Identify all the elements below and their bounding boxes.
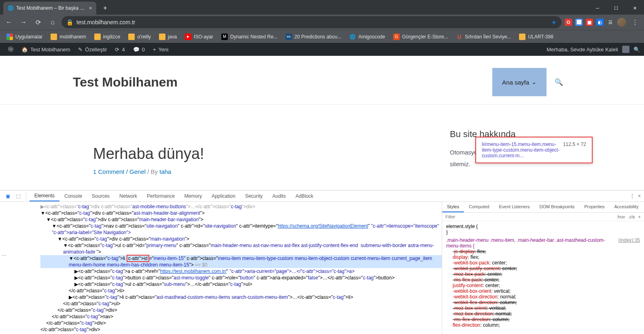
star-icon[interactable]: ★ [551,19,557,25]
plus-icon: + [153,47,156,53]
devtools-tabs: ▣ ⬚ Elements Console Sources Network Per… [0,190,644,202]
ellipsis-icon[interactable]: ⋯ [2,253,6,258]
browser-tab[interactable]: 🌐 Test Mobilhanem – Bir başka Wo × [3,2,96,15]
wp-avatar[interactable] [622,46,629,53]
maximize-button[interactable]: ☐ [607,2,625,15]
new-tab-button[interactable]: + [100,2,111,14]
bookmark-item[interactable]: USıfırdan İleri Seviye... [453,32,514,42]
extension-icon[interactable]: ▦ [586,19,593,26]
article-title[interactable]: Merhaba dünya! [93,145,405,163]
reading-list-icon[interactable]: ☰ [607,19,614,26]
tab-computed[interactable]: Computed [464,202,494,212]
back-button[interactable]: ← [3,17,15,28]
styles-panel: Styles Computed Event Listeners DOM Brea… [442,202,644,334]
search-icon[interactable]: 🔍 [633,47,640,53]
css-rules[interactable]: element.style {}(index):35.main-header-m… [442,221,644,330]
wp-logo[interactable]: ⓦ [4,46,17,53]
close-icon[interactable]: × [89,5,92,11]
search-icon[interactable]: 🔍 [547,78,571,87]
browser-toolbar: ← → ⟳ ⌂ 🔒 test.mobilhanem.com.tr ★ O 🅰 ▦… [0,15,644,30]
bookmark-item[interactable]: ▶ISO-ayar [182,32,216,42]
wp-site-name[interactable]: 🏠Test Mobilhanem [17,47,74,53]
extension-icon[interactable]: 🅰 [575,19,583,26]
home-button[interactable]: ⌂ [47,17,58,28]
comment-link[interactable]: 1 Comment [93,168,125,175]
update-icon: ⟳ [115,47,119,53]
tab-dom-breakpoints[interactable]: DOM Breakpoints [535,202,580,212]
tab-security[interactable]: Security [240,190,267,201]
bookmark-item[interactable]: mobilhanem [47,32,89,42]
tab-memory[interactable]: Memory [180,190,207,201]
tab-performance[interactable]: Performance [142,190,180,201]
tab-title: Test Mobilhanem – Bir başka Wo [16,5,87,11]
elements-panel[interactable]: ⋯ ▶<c-attr">class="c-tag">div c-attr">cl… [0,202,442,334]
article-text: WordPress'e hoş geldiniz. Bu sizin ilk y… [93,184,405,184]
folder-icon [159,34,165,40]
inspect-element-icon[interactable]: ▣ [3,192,12,201]
forward-button[interactable]: → [18,17,29,28]
tab-styles[interactable]: Styles [442,202,464,212]
device-toolbar-icon[interactable]: ⬚ [14,192,23,201]
tab-network[interactable]: Network [114,190,142,201]
bookmark-item[interactable]: 🌐Amigoscode [346,32,388,42]
bookmark-item[interactable]: tds20 Predictions abou... [282,32,345,42]
extension-icon[interactable]: ◐ [596,19,604,26]
window-controls: ─ ☐ ✕ [588,2,644,15]
article: Merhaba dünya! 1 Comment / Genel / By ta… [73,129,426,184]
site-icon: tds [286,34,292,40]
bookmark-item[interactable]: ingilizce [91,32,124,42]
address-bar[interactable]: 🔒 test.mobilhanem.com.tr ★ [61,16,561,28]
menu-button[interactable]: ⋮ [629,19,641,26]
profile-avatar[interactable] [617,18,626,27]
close-window-button[interactable]: ✕ [625,2,644,15]
tab-properties[interactable]: Properties [579,202,609,212]
bookmark-item[interactable]: java [156,32,180,42]
cls-button[interactable]: .cls [628,214,635,219]
tab-audits[interactable]: Audits [267,190,290,201]
site-title[interactable]: Test Mobilhanem [73,75,178,90]
bookmark-item[interactable]: GGürgençler E-Store... [390,32,451,42]
tab-application[interactable]: Application [207,190,240,201]
browser-titlebar: 🌐 Test Mobilhanem – Bir başka Wo × + ─ ☐… [0,0,644,15]
tab-adblock[interactable]: AdBlock [291,190,318,201]
folder-icon [51,34,57,40]
tooltip-dimensions: 112.5 × 72 [563,142,586,147]
category-link[interactable]: Genel [129,168,146,175]
minimize-button[interactable]: ─ [588,2,607,15]
wp-greeting[interactable]: Merhaba, Sevde Aybüke Kaleli [547,47,618,53]
reload-button[interactable]: ⟳ [32,17,44,28]
bookmark-item[interactable]: ULART-398 [516,32,556,42]
bookmark-item[interactable]: Uygulamalar [3,32,46,42]
tab-sources[interactable]: Sources [87,190,114,201]
bookmark-item[interactable]: MDynamic Nested Re... [218,32,281,42]
bookmark-item[interactable]: o'reilly [125,32,154,42]
wp-updates[interactable]: ⟳4 [111,47,129,53]
comment-icon: 💬 [133,47,140,53]
devtools-close-icon[interactable]: × [638,193,641,199]
globe-icon: 🌐 [350,34,356,40]
wp-customize[interactable]: ✎Özelleştir [74,47,111,53]
nav-home-link[interactable]: Ana sayfa ⌄ [492,68,547,96]
wp-comments[interactable]: 💬0 [129,47,149,53]
apps-icon [6,34,13,40]
tab-elements[interactable]: Elements [30,190,59,201]
globe-icon: 🌐 [7,5,14,11]
brush-icon: ✎ [78,47,83,53]
extension-icon[interactable]: O [565,19,572,26]
element-inspector-tooltip: 112.5 × 72 li#menu-item-15.menu-item.men… [475,137,593,163]
folder-icon [94,34,101,40]
udemy-icon: U [456,34,462,40]
site-header: Test Mobilhanem Ana sayfa ⌄ 🔍 [0,56,644,105]
tab-console[interactable]: Console [59,190,87,201]
tab-event-listeners[interactable]: Event Listeners [494,202,535,212]
plus-icon[interactable]: + [638,214,641,219]
wp-new[interactable]: +Yeni [149,47,172,53]
folder-icon [128,34,135,40]
chevron-down-icon: ⌄ [532,78,537,86]
devtools-menu-icon[interactable]: ⋮ [630,193,635,199]
author-link[interactable]: taha [159,168,171,175]
hov-button[interactable]: :hov [616,214,625,219]
tab-accessibility[interactable]: Accessibility [610,202,644,212]
styles-filter-input[interactable] [442,213,613,221]
url-text: test.mobilhanem.com.tr [76,19,136,25]
